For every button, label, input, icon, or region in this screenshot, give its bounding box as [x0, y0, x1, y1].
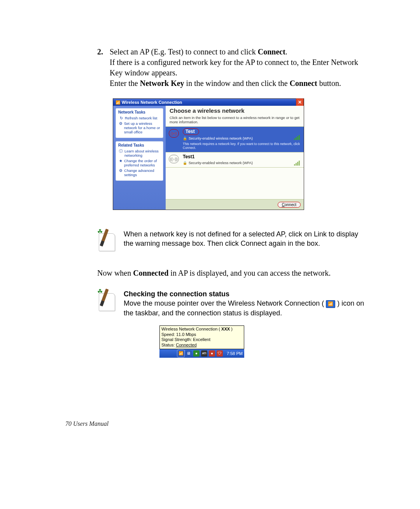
- tooltip-l3: Signal Strength: Excellent: [161, 337, 242, 343]
- t: Connect: [258, 47, 285, 56]
- note-text: When a network key is not defined for a …: [124, 229, 369, 248]
- main-sub: Click an item in the list below to conne…: [170, 115, 301, 124]
- task-order[interactable]: ★Change the order of preferred networks: [119, 159, 161, 167]
- step-number: 2.: [97, 47, 107, 89]
- related-tasks-group: Related Tasks ⓘLearn about wireless netw…: [116, 141, 163, 181]
- star-icon: ★: [119, 159, 122, 163]
- window-title: Wireless Network Connection: [122, 100, 182, 105]
- network-name: Test1: [183, 154, 194, 159]
- tooltip-box: Wireless Network Connection ( XXX ) Spee…: [159, 325, 244, 349]
- refresh-icon: ↻: [119, 116, 123, 120]
- t: If there is a configured network key for…: [110, 58, 358, 77]
- network-list: ((•)) Test Security-enabled wireless net…: [166, 127, 304, 199]
- page-footer: 70 Users Manual: [65, 420, 108, 427]
- gear-icon: ⚙: [119, 168, 122, 173]
- t: button.: [317, 79, 341, 87]
- connect-button[interactable]: Connect: [278, 202, 301, 208]
- info-icon: ⓘ: [119, 149, 123, 153]
- main-panel: Choose a wireless network Click an item …: [166, 106, 304, 210]
- task-label: Set up a wireless network for a home or …: [124, 121, 161, 134]
- group-title: Related Tasks: [118, 143, 161, 147]
- task-advanced[interactable]: ⚙Change advanced settings: [119, 168, 161, 177]
- check-text: Checking the connection status Move the …: [124, 289, 369, 318]
- network-item-test1[interactable]: ((○)) Test1 Security-enabled wireless ne…: [166, 152, 304, 168]
- note-block: ☘ When a network key is not defined for …: [97, 229, 369, 251]
- task-label: Refresh network list: [125, 116, 157, 120]
- network-security: Security-enabled wireless network (WPA): [183, 161, 301, 165]
- wireless-tray-icon[interactable]: 📶: [178, 350, 184, 357]
- note-block-check: ☘ Checking the connection status Move th…: [97, 289, 369, 318]
- task-refresh[interactable]: ↻Refresh network list: [119, 116, 161, 120]
- t: Move the mouse pointer over the Wireless…: [124, 299, 324, 307]
- setup-icon: ⚙: [119, 121, 122, 126]
- close-button[interactable]: ✕: [296, 98, 304, 106]
- main-header: Choose a wireless network Click an item …: [166, 106, 304, 127]
- signal-icon: [294, 135, 300, 140]
- connected-line: Now when Connected in AP is displayed, a…: [97, 269, 369, 278]
- network-hint: This network requires a network key. If …: [183, 142, 301, 150]
- network-tasks-group: Network Tasks ↻Refresh network list ⚙Set…: [116, 108, 163, 138]
- t: in the window and then click the: [184, 79, 290, 87]
- tray-icon[interactable]: ●: [193, 350, 200, 357]
- taskbar-clock: 7:58 PM: [227, 351, 243, 356]
- ati-tray-icon[interactable]: ATI: [201, 350, 207, 357]
- signal-icon: [294, 160, 300, 166]
- sidebar: Network Tasks ↻Refresh network list ⚙Set…: [113, 106, 166, 210]
- antenna-icon: ((○)): [169, 155, 179, 163]
- t: Network Key: [140, 79, 184, 87]
- network-name: Test: [183, 128, 199, 135]
- wireless-tray-icon: 📶: [326, 300, 335, 308]
- tooltip-l1: Wireless Network Connection ( XXX ): [161, 327, 242, 332]
- shield-tray-icon[interactable]: 🛡: [217, 350, 223, 357]
- t: Enter the: [110, 79, 140, 87]
- t: Select an AP (E.g. Test) to connect to a…: [110, 47, 258, 56]
- t: .: [285, 47, 287, 56]
- check-heading: Checking the connection status: [124, 289, 369, 299]
- wireless-connection-window: Wireless Network Connection ✕ Network Ta…: [113, 98, 304, 210]
- step-body: Select an AP (E.g. Test) to connect to a…: [110, 47, 369, 89]
- tooltip-l4: Status: Connected: [161, 343, 242, 348]
- note-icon: ☘: [97, 229, 116, 251]
- antenna-icon: ((•)): [169, 129, 179, 138]
- tooltip-screenshot: Wireless Network Connection ( XXX ) Spee…: [159, 325, 244, 358]
- network-security: Security-enabled wireless network (WPA): [183, 136, 301, 140]
- task-label: Learn about wireless networking: [124, 149, 161, 157]
- system-tray: 📶 🖥 ● ATI ● 🛡 7:58 PM: [178, 350, 243, 357]
- main-heading: Choose a wireless network: [170, 107, 301, 114]
- window-titlebar: Wireless Network Connection ✕: [113, 99, 304, 106]
- window-footer: Connect: [166, 199, 304, 210]
- t: Connect: [290, 79, 317, 87]
- task-setup[interactable]: ⚙Set up a wireless network for a home or…: [119, 121, 161, 134]
- network-item-test[interactable]: ((•)) Test Security-enabled wireless net…: [166, 127, 304, 152]
- group-title: Network Tasks: [118, 110, 161, 114]
- display-tray-icon[interactable]: 🖥: [186, 350, 192, 357]
- task-learn[interactable]: ⓘLearn about wireless networking: [119, 149, 161, 157]
- tray-icon[interactable]: ●: [209, 350, 215, 357]
- task-label: Change advanced settings: [124, 168, 161, 177]
- note-icon: ☘: [97, 289, 116, 311]
- step-2: 2. Select an AP (E.g. Test) to connect t…: [97, 47, 369, 89]
- tooltip-l2: Speed: 11.0 Mbps: [161, 332, 242, 338]
- wireless-icon: [116, 100, 122, 105]
- taskbar: 📶 🖥 ● ATI ● 🛡 7:58 PM: [159, 349, 244, 358]
- task-label: Change the order of preferred networks: [124, 159, 161, 167]
